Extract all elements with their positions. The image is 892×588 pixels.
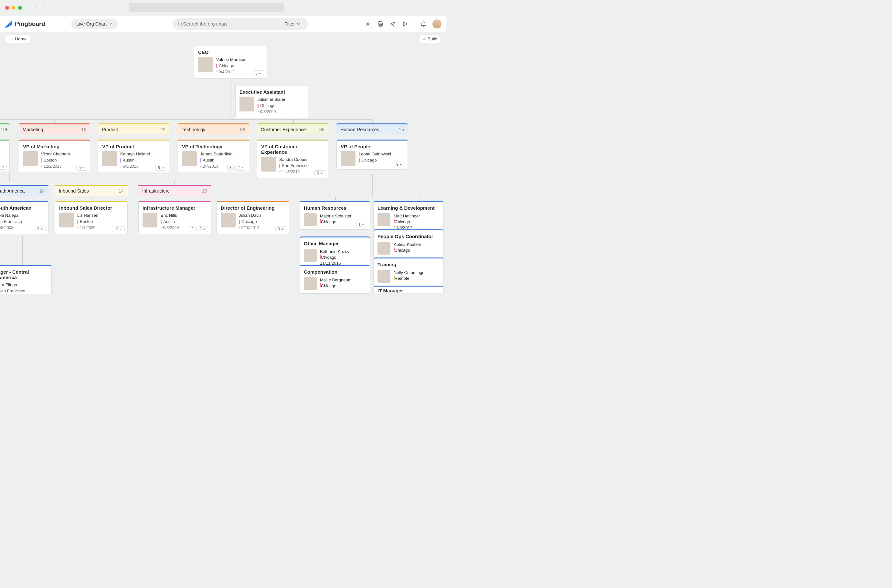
role-title: CEO bbox=[198, 50, 263, 55]
location-indicator-icon bbox=[200, 158, 201, 162]
person-card-vp-cx[interactable]: VP of Customer Experience Sandra Cooper … bbox=[257, 140, 328, 178]
person-card-eng-director[interactable]: Director of Engineering Julian Davis Chi… bbox=[216, 201, 289, 234]
person-card-inbound-director[interactable]: Inbound Sales Director Liz Hansen Boston… bbox=[55, 201, 128, 234]
divider bbox=[414, 20, 414, 28]
reports-toggle[interactable]: 8 bbox=[197, 226, 208, 232]
traffic-lights[interactable] bbox=[5, 6, 22, 10]
reports-toggle[interactable]: 13 bbox=[112, 226, 125, 232]
person-card-sa-director[interactable]: South American niela Nalepa San Francisc… bbox=[0, 201, 48, 234]
avatar bbox=[143, 213, 158, 228]
dept-header-product[interactable]: Product22 bbox=[98, 123, 169, 134]
avatar bbox=[198, 57, 213, 72]
person-card-training[interactable]: Training Nelly Cummings Remote bbox=[373, 258, 444, 286]
person-name: Julianne Slater bbox=[258, 97, 285, 103]
chevron-double-left-icon: « bbox=[423, 36, 426, 41]
location-indicator-icon bbox=[216, 64, 217, 68]
direct-reports-count[interactable]: 3 bbox=[227, 165, 234, 171]
person-card-vp-product[interactable]: VP of Product Kathryn Holland Austin 6/3… bbox=[98, 140, 169, 173]
direct-reports-count[interactable]: 2 bbox=[189, 226, 196, 232]
person-card-it-manager[interactable]: IT Manager bbox=[373, 286, 444, 293]
print-icon[interactable] bbox=[377, 21, 384, 27]
svg-point-2 bbox=[368, 23, 369, 24]
build-button[interactable]: « Build bbox=[419, 34, 441, 43]
location-label: Chicago bbox=[219, 63, 234, 69]
search-input[interactable] bbox=[183, 21, 284, 27]
reports-toggle[interactable]: 8 bbox=[253, 70, 264, 76]
forward-icon[interactable]: 〉 bbox=[43, 4, 48, 11]
dept-header-technology[interactable]: Technology38 bbox=[178, 123, 249, 134]
location-indicator-icon bbox=[161, 220, 162, 224]
avatar bbox=[261, 157, 276, 171]
back-icon[interactable]: 〈 bbox=[32, 4, 37, 11]
chevron-down-icon bbox=[82, 166, 85, 169]
person-card-ea[interactable]: Executive Assistant Julianne Slater Chic… bbox=[235, 86, 308, 118]
avatar bbox=[377, 270, 390, 283]
chevron-up-icon bbox=[241, 166, 244, 169]
start-date: 9/3/2009 bbox=[258, 109, 285, 115]
person-card-infra-manager[interactable]: Infrastructure Manager Eric Hills Austin… bbox=[138, 201, 211, 234]
home-button[interactable]: ← Home bbox=[5, 34, 31, 43]
avatar bbox=[377, 242, 390, 255]
person-card-people-ops[interactable]: People Ops Coordinator Katina Kautzer Ch… bbox=[373, 230, 444, 258]
start-date: 9/4/2012 bbox=[216, 69, 246, 75]
play-icon[interactable] bbox=[402, 21, 408, 27]
person-card-vp-people[interactable]: VP of People Leona Gulgowski Chicago 9 bbox=[336, 140, 408, 170]
person-card-compensation[interactable]: Compensation Mallie Bergnaum Chicago bbox=[300, 265, 370, 294]
subdept-infrastructure[interactable]: Infrastructure19 bbox=[138, 185, 211, 196]
avatar bbox=[239, 97, 254, 111]
chevron-down-icon bbox=[320, 171, 323, 175]
maximize-window-icon[interactable] bbox=[18, 6, 22, 10]
chevron-up-icon bbox=[258, 72, 262, 75]
reports-toggle[interactable]: 5 bbox=[314, 170, 326, 176]
person-card-hr[interactable]: Human Resources Majorie Schuster Chicago… bbox=[300, 201, 370, 230]
location-indicator-icon bbox=[239, 220, 240, 224]
share-icon[interactable] bbox=[389, 21, 396, 27]
dept-header-cx[interactable]: Customer Experience88 bbox=[257, 123, 328, 134]
person-card-central-america[interactable]: ager - Central America sar Pliego San Fr… bbox=[0, 265, 52, 294]
person-card-partial[interactable]: 4 bbox=[0, 140, 10, 172]
reports-toggle[interactable]: 4 bbox=[0, 164, 7, 170]
reports-toggle[interactable]: 2 bbox=[235, 165, 246, 171]
avatar bbox=[102, 151, 117, 166]
location-indicator-icon bbox=[359, 158, 360, 162]
location-indicator-icon bbox=[258, 104, 258, 108]
dept-header-hr[interactable]: Human Resources15 bbox=[336, 123, 408, 134]
app-logo[interactable]: Pingboard bbox=[5, 20, 45, 28]
location-indicator-icon bbox=[77, 220, 78, 224]
search-field[interactable]: Filter bbox=[173, 18, 308, 30]
dept-header-partial[interactable]: 106 bbox=[0, 123, 10, 134]
dept-header-marketing[interactable]: Marketing16 bbox=[19, 123, 90, 134]
chart-mode-dropdown[interactable]: Live Org Chart bbox=[71, 19, 118, 29]
subdept-inbound-sales[interactable]: Inbound Sales14 bbox=[55, 185, 128, 196]
person-card-vp-technology[interactable]: VP of Technology James Satterfield Austi… bbox=[178, 140, 249, 173]
reports-toggle[interactable]: 3 bbox=[275, 226, 286, 232]
avatar bbox=[182, 151, 197, 166]
search-icon bbox=[178, 21, 183, 27]
chevron-down-icon bbox=[161, 166, 164, 169]
org-chart-canvas[interactable]: CEO Valerie Morrison Chicago 9/4/2012 8 … bbox=[0, 45, 446, 294]
user-avatar[interactable] bbox=[432, 20, 441, 28]
address-bar[interactable] bbox=[129, 3, 284, 12]
reports-toggle[interactable]: 2 bbox=[35, 226, 45, 232]
avatar bbox=[377, 213, 390, 226]
location-label: Chicago bbox=[260, 103, 276, 109]
person-card-vp-marketing[interactable]: VP of Marketing Victor Chatham Boston 12… bbox=[19, 140, 90, 173]
avatar bbox=[341, 151, 356, 166]
chevron-down-icon bbox=[119, 228, 123, 231]
reports-toggle[interactable]: 8 bbox=[155, 165, 167, 171]
bell-icon[interactable] bbox=[420, 21, 426, 27]
location-indicator-icon bbox=[279, 164, 280, 168]
reports-toggle[interactable]: 5 bbox=[76, 165, 87, 171]
location-indicator-icon bbox=[41, 158, 42, 162]
filter-dropdown[interactable]: Filter bbox=[284, 21, 300, 27]
chevron-down-icon bbox=[281, 228, 284, 231]
minimize-window-icon[interactable] bbox=[12, 6, 15, 10]
close-window-icon[interactable] bbox=[5, 6, 9, 10]
macos-titlebar: 〈 〉 bbox=[0, 0, 446, 15]
subdept-south-america[interactable]: South America24 bbox=[0, 185, 48, 196]
person-card-ceo[interactable]: CEO Valerie Morrison Chicago 9/4/2012 8 bbox=[194, 46, 267, 78]
chevron-up-icon bbox=[399, 163, 403, 166]
gear-icon[interactable] bbox=[365, 21, 371, 27]
reports-toggle[interactable]: 9 bbox=[394, 162, 405, 167]
reports-toggle[interactable]: 1 bbox=[356, 222, 367, 228]
